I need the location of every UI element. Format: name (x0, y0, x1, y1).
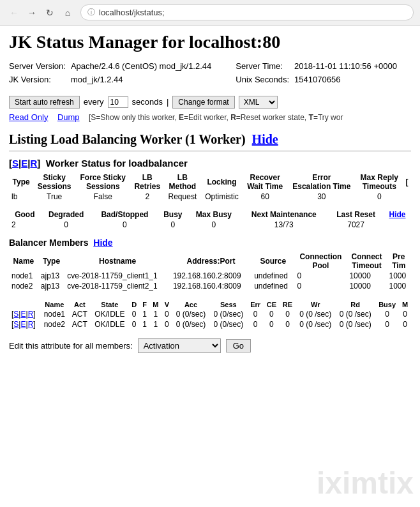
st-col-busy: Busy (375, 300, 400, 309)
go-button[interactable]: Go (226, 339, 251, 352)
col-extra: [ (403, 172, 411, 192)
status-row2-m: 1 (150, 319, 161, 329)
status-row2-name: node2 (40, 319, 69, 329)
refresh-button[interactable]: ↻ (42, 5, 57, 20)
status-row2-e[interactable]: E (20, 320, 26, 329)
status-row1-act: ACT (69, 309, 91, 319)
status-row1-sess: 0 (0/sec) (209, 309, 247, 319)
page-content: JK Status Manager for localhost:80 Serve… (0, 26, 420, 359)
worker-max-reply: 0 (356, 192, 403, 202)
nav-buttons: ← → ↻ ⌂ (6, 5, 75, 20)
col-busy: Busy (158, 209, 188, 220)
worker-s-link[interactable]: S (12, 158, 19, 169)
summary-next-maint: 13/73 (239, 220, 328, 230)
seconds-input[interactable] (108, 96, 128, 108)
col-max-busy: Max Busy (188, 209, 239, 220)
dump-link[interactable]: Dump (57, 112, 80, 122)
st-col-f: F (140, 300, 150, 309)
col-member-source: Source (251, 252, 294, 271)
st-col-name: Name (40, 300, 69, 309)
col-error-esc: ErrorEscalation Time (287, 172, 356, 192)
read-only-link[interactable]: Read Only (9, 112, 48, 122)
st-col-d: D (129, 300, 140, 309)
member2-type: ajp13 (38, 281, 64, 291)
summary-table: Good Degraded Bad/Stopped Busy Max Busy … (9, 209, 411, 230)
status-row1-e[interactable]: E (20, 310, 26, 319)
summary-hide-link[interactable]: Hide (389, 210, 405, 219)
balancer-hide-link[interactable]: Hide (93, 238, 112, 248)
status-row-2: [S|E|R] node2 ACT OK/IDLE 0 1 1 0 0 (0/s… (9, 319, 411, 329)
status-row2-acc: 0 (0/sec) (172, 319, 210, 329)
worker-table: Type StickySessions Force StickySessions… (9, 172, 411, 202)
st-col-ce: CE (264, 300, 280, 309)
member1-source: undefined (251, 271, 294, 281)
change-format-button[interactable]: Change format (172, 96, 234, 109)
worker-r-link[interactable]: R (30, 158, 37, 169)
summary-hide-cell (384, 220, 411, 230)
member1-hostname: cve-2018-11759_client1_1 (64, 271, 170, 281)
status-row1-v: 0 (161, 309, 172, 319)
member2-connect-timeout: 10000 (347, 281, 386, 291)
pipe-separator: | (167, 97, 169, 107)
summary-bad: 0 (92, 220, 158, 230)
server-time-value: 2018-11-01 11:10:56 +0000 (294, 60, 402, 73)
members-table: Name Type Hostname Address:Port Source C… (9, 252, 411, 291)
worker-force-sticky: False (75, 192, 130, 202)
status-row1-state: OK/IDLE (91, 309, 129, 319)
edit-row: Edit this attribute for all members: Act… (9, 338, 411, 353)
server-version-label: Server Version: (9, 60, 71, 73)
col-member-type: Type (38, 252, 64, 271)
status-row2-s[interactable]: S (13, 320, 19, 329)
balancer-section: Balancer Members Hide Name Type Hostname… (9, 238, 411, 291)
col-lb-retries: LBRetries (130, 172, 164, 192)
links-row: Read Only Dump [S=Show only this worker,… (9, 112, 411, 122)
status-row1-m: 1 (150, 309, 161, 319)
member1-pre: 1000 (387, 271, 412, 281)
worker-type: lb (9, 192, 33, 202)
activation-select[interactable]: Activation (138, 338, 221, 353)
st-col-ser (9, 300, 40, 309)
col-locking: Locking (201, 172, 243, 192)
status-row2-sess: 0 (0/sec) (209, 319, 247, 329)
col-sticky: StickySessions (33, 172, 75, 192)
worker-e-link[interactable]: E (21, 158, 27, 169)
col-degraded: Degraded (41, 209, 92, 220)
status-row1-acc: 0 (0/sec) (172, 309, 210, 319)
status-row2-f: 1 (140, 319, 150, 329)
col-hide: Hide (384, 209, 411, 220)
member1-name: node1 (9, 271, 38, 281)
info-icon: ⓘ (87, 7, 95, 18)
status-row1-s[interactable]: S (13, 310, 19, 319)
back-button[interactable]: ← (6, 5, 22, 20)
summary-busy: 0 (158, 220, 188, 230)
status-row1-wr: 0 (0 /sec) (296, 309, 335, 319)
divider (9, 151, 411, 151)
server-info: Server Version: Apache/2.4.6 (CentOS) mo… (9, 60, 411, 87)
summary-good: 2 (9, 220, 41, 230)
col-last-reset: Last Reset (328, 209, 384, 220)
col-member-connect-timeout: ConnectTimeout (347, 252, 386, 271)
legend-text: [S=Show only this worker, E=Edit worker,… (89, 113, 343, 122)
forward-button[interactable]: → (24, 5, 40, 20)
status-row2-r[interactable]: R (28, 320, 34, 329)
listing-hide-link[interactable]: Hide (252, 132, 278, 146)
status-row1-m2: 0 (399, 309, 411, 319)
col-recover: RecoverWait Time (243, 172, 287, 192)
col-member-address: Address:Port (170, 252, 251, 271)
col-member-name: Name (9, 252, 38, 271)
worker-extra (403, 192, 411, 202)
st-col-m2: M (399, 300, 411, 309)
status-row2-wr: 0 (0 /sec) (296, 319, 335, 329)
worker-lb-retries: 2 (130, 192, 164, 202)
status-row1-r[interactable]: R (28, 310, 34, 319)
url-text: localhost/jkstatus; (99, 8, 165, 17)
auto-refresh-button[interactable]: Start auto refresh (9, 96, 80, 109)
server-time-label: Server Time: (216, 60, 294, 73)
member-row-2: node2 ajp13 cve-2018-11759_client2_1 192… (9, 281, 411, 291)
member1-type: ajp13 (38, 271, 64, 281)
format-select[interactable]: XML JSON TXT (239, 96, 278, 109)
address-bar[interactable]: ⓘ localhost/jkstatus; (80, 4, 414, 20)
col-member-pre: PreTim (387, 252, 412, 271)
member-row-1: node1 ajp13 cve-2018-11759_client1_1 192… (9, 271, 411, 281)
home-button[interactable]: ⌂ (60, 5, 75, 20)
